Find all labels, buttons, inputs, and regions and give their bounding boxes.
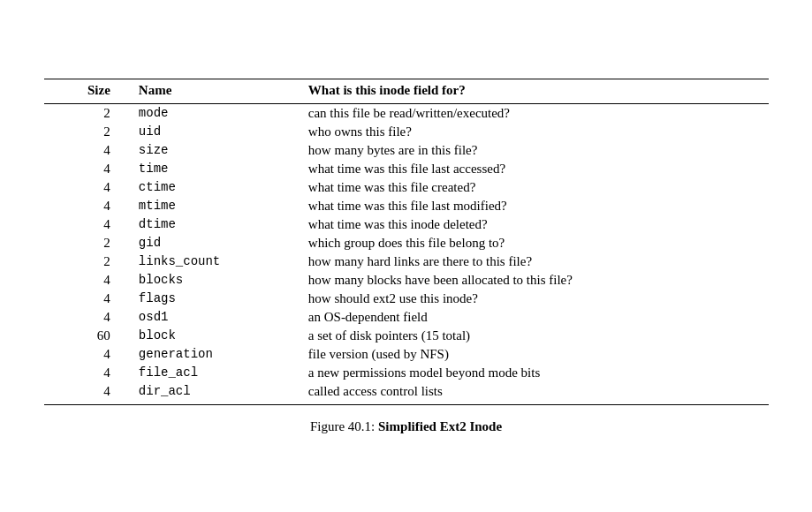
cell-name: dtime <box>128 215 298 234</box>
table-row: 4sizehow many bytes are in this file? <box>44 141 769 160</box>
table-row: 2gidwhich group does this file belong to… <box>44 234 769 252</box>
cell-size: 4 <box>44 308 128 327</box>
cell-name: size <box>128 141 298 160</box>
table-row: 4ctimewhat time was this file created? <box>44 178 769 197</box>
cell-description: how many blocks have been allocated to t… <box>298 271 769 290</box>
table-row: 2uidwho owns this file? <box>44 123 769 141</box>
cell-description: a set of disk pointers (15 total) <box>298 327 769 345</box>
table-row: 4dir_aclcalled access control lists <box>44 382 769 405</box>
cell-name: ctime <box>128 178 298 197</box>
cell-description: file version (used by NFS) <box>298 345 769 364</box>
cell-description: an OS-dependent field <box>298 308 769 327</box>
table-row: 4dtimewhat time was this inode deleted? <box>44 215 769 234</box>
cell-description: who owns this file? <box>298 123 769 141</box>
cell-size: 4 <box>44 160 128 178</box>
cell-name: time <box>128 160 298 178</box>
cell-size: 4 <box>44 141 128 160</box>
table-row: 2links_counthow many hard links are ther… <box>44 252 769 271</box>
cell-name: blocks <box>128 271 298 290</box>
cell-size: 4 <box>44 345 128 364</box>
cell-name: links_count <box>128 252 298 271</box>
cell-name: mode <box>128 103 298 123</box>
cell-description: how should ext2 use this inode? <box>298 290 769 308</box>
cell-name: uid <box>128 123 298 141</box>
table-row: 4timewhat time was this file last access… <box>44 160 769 178</box>
table-row: 4generationfile version (used by NFS) <box>44 345 769 364</box>
cell-name: osd1 <box>128 308 298 327</box>
cell-size: 4 <box>44 364 128 382</box>
table-row: 4osd1an OS-dependent field <box>44 308 769 327</box>
table-header-row: Size Name What is this inode field for? <box>44 79 769 103</box>
caption-prefix: Figure 40.1: <box>310 419 378 433</box>
header-name: Name <box>128 79 298 103</box>
cell-description: what time was this file created? <box>298 178 769 197</box>
cell-description: which group does this file belong to? <box>298 234 769 252</box>
cell-description: can this file be read/written/executed? <box>298 103 769 123</box>
cell-size: 2 <box>44 123 128 141</box>
figure-caption: Figure 40.1: Simplified Ext2 Inode <box>44 419 769 434</box>
header-description: What is this inode field for? <box>298 79 769 103</box>
table-row: 4blockshow many blocks have been allocat… <box>44 271 769 290</box>
cell-description: called access control lists <box>298 382 769 405</box>
cell-size: 4 <box>44 215 128 234</box>
cell-size: 4 <box>44 271 128 290</box>
table-row: 4flagshow should ext2 use this inode? <box>44 290 769 308</box>
cell-description: how many bytes are in this file? <box>298 141 769 160</box>
caption-bold: Simplified Ext2 Inode <box>378 419 502 433</box>
table-row: 4mtimewhat time was this file last modif… <box>44 197 769 215</box>
main-container: Size Name What is this inode field for? … <box>27 52 786 461</box>
cell-description: what time was this file last accessed? <box>298 160 769 178</box>
cell-description: a new permissions model beyond mode bits <box>298 364 769 382</box>
cell-name: block <box>128 327 298 345</box>
cell-name: generation <box>128 345 298 364</box>
cell-name: gid <box>128 234 298 252</box>
table-row: 4file_acla new permissions model beyond … <box>44 364 769 382</box>
cell-name: dir_acl <box>128 382 298 405</box>
cell-size: 2 <box>44 234 128 252</box>
cell-description: what time was this inode deleted? <box>298 215 769 234</box>
cell-name: mtime <box>128 197 298 215</box>
cell-size: 4 <box>44 197 128 215</box>
header-size: Size <box>44 79 128 103</box>
cell-name: file_acl <box>128 364 298 382</box>
cell-name: flags <box>128 290 298 308</box>
cell-size: 60 <box>44 327 128 345</box>
table-row: 60blocka set of disk pointers (15 total) <box>44 327 769 345</box>
cell-size: 4 <box>44 178 128 197</box>
cell-description: how many hard links are there to this fi… <box>298 252 769 271</box>
cell-size: 2 <box>44 252 128 271</box>
cell-size: 2 <box>44 103 128 123</box>
inode-table: Size Name What is this inode field for? … <box>44 79 769 405</box>
table-row: 2modecan this file be read/written/execu… <box>44 103 769 123</box>
cell-size: 4 <box>44 290 128 308</box>
cell-size: 4 <box>44 382 128 405</box>
cell-description: what time was this file last modified? <box>298 197 769 215</box>
